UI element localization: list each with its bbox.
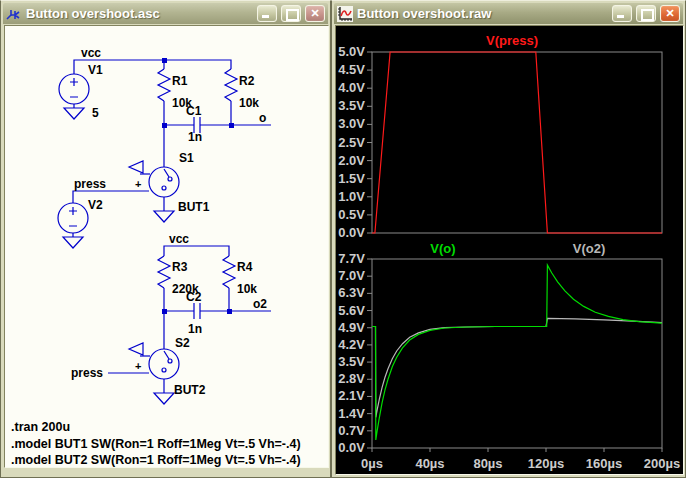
waveform-canvas[interactable]: 0.0V0.5V1.0V1.5V2.0V2.5V3.0V3.5V4.0V4.5V… [336,26,685,476]
model-label-but2[interactable]: BUT2 [174,383,206,397]
component-label-r1[interactable]: R1 [172,74,188,88]
maximize-button[interactable] [636,5,656,22]
y-tick-label: 1.5V [338,171,365,186]
schematic-canvas[interactable]: vcc V1 5 R1 10k R2 10k C1 1n o S1 BUT1 p… [5,26,328,467]
minimize-button[interactable] [257,5,277,22]
y-tick-label: 5.6V [338,303,365,318]
schematic-title-bar[interactable]: Button overshoot.asc ✕ [3,3,328,24]
spice-directive-model-but2[interactable]: .model BUT2 SW(Ron=1 Roff=1Meg Vt=.5 Vh=… [11,453,301,467]
x-tick-label: 80µs [473,456,502,471]
net-label-vcc2[interactable]: vcc [169,232,189,246]
value-label-c1[interactable]: 1n [188,130,202,144]
net-label-press1[interactable]: press [74,177,106,191]
schematic-app-icon [6,6,22,22]
component-label-r4[interactable]: R4 [237,260,253,274]
switch-plus-1: + [135,178,141,190]
trace-V(o) [372,265,662,440]
net-label-o2[interactable]: o2 [253,297,267,311]
x-tick-label: 0µs [361,456,383,471]
window-title: Button overshoot.raw [357,6,608,21]
maximize-button[interactable] [281,5,301,22]
desktop: { "left_window": { "title": "Button over… [0,0,686,478]
plot-pane-frame [372,52,662,233]
net-label-vcc1[interactable]: vcc [81,46,101,60]
component-label-r3[interactable]: R3 [172,260,188,274]
minimize-button[interactable] [612,5,632,22]
y-tick-label: 0.7V [338,423,365,438]
component-label-v1[interactable]: V1 [88,63,103,77]
y-tick-label: 2.0V [338,153,365,168]
waveform-window: Button overshoot.raw ✕ 0.0V0.5V1.0V1.5V2… [331,0,686,478]
net-label-o[interactable]: o [259,111,266,125]
y-tick-label: 5.0V [338,44,365,59]
y-tick-label: 3.5V [338,354,365,369]
x-tick-label: 200µs [644,456,680,471]
y-tick-label: 4.2V [338,337,365,352]
plot-pane-frame [372,259,662,448]
y-tick-label: 0.5V [338,207,365,222]
window-title: Button overshoot.asc [26,6,253,21]
waveform-app-icon [337,6,353,22]
y-tick-label: 4.0V [338,80,365,95]
value-label-c2[interactable]: 1n [188,322,202,336]
y-tick-label: 0.0V [338,440,365,455]
legend-V(o2)[interactable]: V(o2) [573,241,606,256]
y-tick-label: 3.0V [338,116,365,131]
model-label-but1[interactable]: BUT1 [178,200,210,214]
waveform-client-area[interactable]: 0.0V0.5V1.0V1.5V2.0V2.5V3.0V3.5V4.0V4.5V… [335,25,684,475]
trace-V(o2) [372,318,662,417]
y-tick-label: 4.9V [338,320,365,335]
trace-V(press) [372,52,662,233]
x-tick-label: 120µs [528,456,564,471]
y-tick-label: 4.5V [338,62,365,77]
spice-directive-tran[interactable]: .tran 200u [11,420,70,434]
y-tick-label: 0.0V [338,225,365,240]
y-tick-label: 2.5V [338,135,365,150]
value-label-v1[interactable]: 5 [92,106,99,120]
y-tick-label: 2.8V [338,371,365,386]
component-label-s2[interactable]: S2 [175,336,190,350]
schematic-client-area[interactable]: vcc V1 5 R1 10k R2 10k C1 1n o S1 BUT1 p… [4,25,329,468]
value-label-r2[interactable]: 10k [239,96,259,110]
close-button[interactable]: ✕ [660,5,680,22]
switch-plus-2: + [135,360,141,372]
y-tick-label: 1.4V [338,406,365,421]
schematic-window: Button overshoot.asc ✕ [0,0,331,478]
y-tick-label: 7.0V [338,268,365,283]
component-label-r2[interactable]: R2 [239,74,255,88]
close-icon: ✕ [661,6,679,21]
component-label-c2[interactable]: C2 [186,290,202,304]
y-tick-label: 3.5V [338,98,365,113]
legend-V(press)[interactable]: V(press) [486,33,538,48]
legend-V(o)[interactable]: V(o) [430,241,455,256]
component-label-c1[interactable]: C1 [186,104,202,118]
x-tick-label: 40µs [415,456,444,471]
y-tick-label: 6.3V [338,285,365,300]
schematic-wires [58,60,271,404]
y-tick-label: 2.1V [338,388,365,403]
component-label-v2[interactable]: V2 [88,198,103,212]
close-icon: ✕ [306,6,324,21]
close-button[interactable]: ✕ [305,5,325,22]
y-tick-label: 1.0V [338,189,365,204]
spice-directive-model-but1[interactable]: .model BUT1 SW(Ron=1 Roff=1Meg Vt=.5 Vh=… [11,437,301,451]
component-label-s1[interactable]: S1 [179,151,194,165]
x-tick-label: 160µs [586,456,622,471]
y-tick-label: 7.7V [338,251,365,266]
value-label-r4[interactable]: 10k [237,282,257,296]
waveform-title-bar[interactable]: Button overshoot.raw ✕ [334,3,683,24]
net-label-press2[interactable]: press [71,366,103,380]
